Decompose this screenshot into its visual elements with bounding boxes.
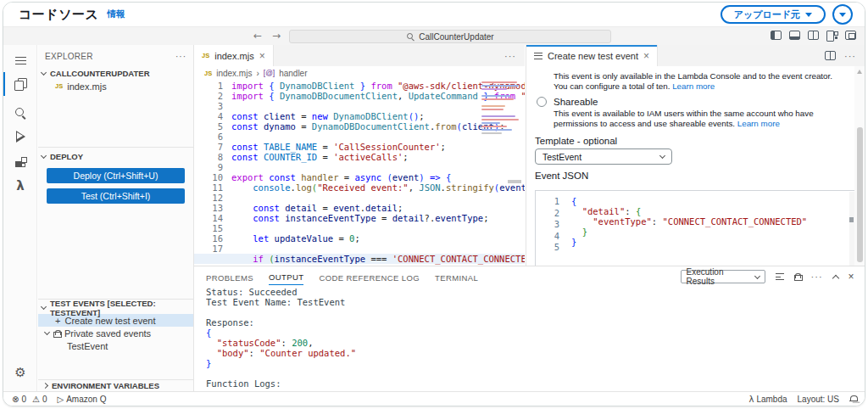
warning-icon: ⚠ — [32, 395, 40, 404]
settings-gear-icon[interactable]: ⚙ — [3, 361, 37, 384]
panel-scrollbar[interactable] — [854, 66, 865, 266]
layout-status[interactable]: Layout: US — [798, 395, 839, 404]
aws-lambda-icon[interactable]: λ — [3, 174, 37, 198]
more-actions-icon[interactable]: ··· — [504, 51, 516, 61]
explorer-more-icon[interactable]: ··· — [175, 52, 186, 61]
page-title: コードソース — [19, 7, 98, 23]
customize-layout-icon[interactable] — [826, 31, 837, 40]
more-actions-icon[interactable]: ··· — [811, 272, 823, 282]
deploy-button[interactable]: Deploy (Ctrl+Shift+U) — [47, 168, 185, 183]
split-editor-icon[interactable] — [825, 51, 836, 60]
problems-status[interactable]: ⊗ 0 ⚠ 0 — [12, 395, 47, 404]
test-button[interactable]: Test (Ctrl+Shift+I) — [47, 188, 185, 204]
js-file-icon: JS — [202, 52, 209, 59]
search-sidebar-icon[interactable] — [3, 101, 37, 125]
panel-tabs: PROBLEMS OUTPUT CODE REFERENCE LOG TERMI… — [194, 266, 865, 287]
template-select[interactable]: TestEvent — [535, 148, 672, 165]
project-tree-root[interactable]: CALLCOUNTERUPDATER — [38, 67, 193, 80]
close-tab-icon[interactable]: × — [643, 50, 649, 62]
js-file-icon: JS — [204, 70, 212, 77]
explorer-sidebar: EXPLORER ··· CALLCOUNTERUPDATER JS index… — [38, 45, 194, 391]
header-actions: アップロード元 — [721, 4, 853, 25]
scroll-up-icon[interactable] — [857, 70, 862, 74]
private-saved-events-item[interactable]: Private saved events — [38, 327, 193, 339]
list-icon — [534, 53, 542, 59]
chevron-down-icon — [41, 70, 47, 76]
shareable-radio[interactable] — [537, 97, 547, 107]
close-tab-icon[interactable]: × — [259, 50, 265, 62]
test-event-panel: Create new test event × ··· This event i… — [526, 45, 865, 266]
search-icon — [406, 32, 415, 41]
json-content[interactable]: { "detail": { "eventType": "CONNECT_CONT… — [571, 196, 807, 247]
minimap-scrollbar[interactable] — [508, 180, 521, 183]
maximize-panel-icon[interactable] — [832, 274, 838, 281]
lambda-icon: λ — [748, 395, 754, 404]
bottom-panel: PROBLEMS OUTPUT CODE REFERENCE LOG TERMI… — [194, 266, 865, 391]
shareable-event-description: This event is available to IAM users wit… — [554, 109, 843, 128]
output-channel-select[interactable]: Execution Results — [681, 270, 765, 283]
file-index-mjs[interactable]: JS index.mjs — [38, 80, 193, 92]
collapse-panel-button[interactable] — [832, 4, 853, 25]
js-file-icon: JS — [55, 82, 63, 90]
lock-icon — [53, 330, 60, 338]
editor-actions: ··· — [504, 45, 525, 66]
editor-nav-bar: ← → CallCounterUpdater — [3, 26, 865, 45]
lock-scroll-icon[interactable] — [794, 273, 801, 281]
tab-create-new-test-event[interactable]: Create new test event × — [526, 45, 658, 66]
play-icon: ▷ — [57, 395, 64, 404]
lambda-status[interactable]: λ Lambda — [748, 395, 787, 404]
tab-code-reference-log[interactable]: CODE REFERENCE LOG — [319, 269, 420, 285]
output-console[interactable]: Status: SucceededTest Event Name: TestEv… — [206, 287, 865, 389]
divider — [38, 147, 193, 148]
code-editor[interactable]: 12345678910111213141516171819 import { D… — [194, 80, 525, 266]
learn-more-link[interactable]: Learn more — [737, 119, 780, 128]
extensions-icon[interactable] — [3, 150, 37, 174]
scrollbar-thumb[interactable] — [857, 127, 863, 262]
editor-group: JS index.mjs × ··· JS index.mjs › [@] ha… — [194, 45, 525, 266]
deploy-section-header[interactable]: DEPLOY — [38, 150, 193, 163]
info-link[interactable]: 情報 — [107, 8, 125, 20]
toggle-secondary-sidebar-icon[interactable] — [808, 31, 819, 40]
test-events-section-header[interactable]: TEST EVENTS [SELECTED: TESTEVENT] — [38, 301, 193, 314]
tab-terminal[interactable]: TERMINAL — [435, 269, 478, 285]
toggle-panel-icon[interactable] — [789, 31, 800, 40]
chevron-right-icon — [42, 383, 48, 389]
fullscreen-icon[interactable] — [845, 31, 856, 40]
tab-index-mjs[interactable]: JS index.mjs × — [194, 45, 274, 66]
event-json-editor[interactable]: 12345 { "detail": { "eventType": "CONNEC… — [535, 190, 854, 266]
clear-output-icon[interactable] — [776, 273, 784, 280]
event-json-label: Event JSON — [535, 171, 854, 181]
explorer-icon[interactable] — [3, 72, 37, 96]
explorer-header: EXPLORER ··· — [38, 45, 193, 67]
error-icon: ⊗ — [12, 395, 19, 404]
minimap[interactable] — [481, 81, 520, 148]
amazon-q-status[interactable]: ▷ Amazon Q — [57, 395, 106, 404]
toggle-sidebar-icon[interactable] — [771, 31, 782, 40]
environment-variables-section[interactable]: ENVIRONMENT VARIABLES — [38, 379, 193, 391]
editor-tab-bar: JS index.mjs × ··· — [194, 45, 525, 66]
symbol-method-icon: [@] — [264, 69, 275, 77]
menu-icon[interactable] — [3, 48, 37, 72]
test-event-item[interactable]: TestEvent — [38, 339, 193, 352]
search-input[interactable]: CallCounterUpdater — [289, 30, 611, 43]
chevron-down-icon — [41, 153, 47, 159]
close-panel-icon[interactable]: × — [849, 272, 854, 282]
forward-arrow-icon[interactable]: → — [272, 30, 281, 42]
run-debug-icon[interactable] — [3, 125, 37, 148]
line-numbers: 12345678910111213141516171819 — [194, 81, 223, 266]
plus-icon: + — [55, 316, 60, 326]
tab-output[interactable]: OUTPUT — [269, 268, 303, 285]
notifications-bell-icon[interactable] — [849, 395, 856, 402]
status-bar: ⊗ 0 ⚠ 0 ▷ Amazon Q λ Lambda Layout: US — [3, 391, 865, 406]
template-label: Template - optional — [535, 136, 854, 146]
learn-more-link[interactable]: Learn more — [672, 81, 715, 91]
chevron-down-icon — [659, 153, 665, 159]
tab-problems[interactable]: PROBLEMS — [206, 269, 253, 285]
chevron-down-icon — [41, 304, 47, 310]
breadcrumb[interactable]: JS index.mjs › [@] handler — [194, 66, 525, 80]
upload-from-button[interactable]: アップロード元 — [721, 5, 826, 24]
activity-bar: λ ⚙ — [3, 45, 37, 391]
back-arrow-icon[interactable]: ← — [253, 30, 262, 42]
more-actions-icon[interactable]: ··· — [844, 51, 856, 61]
console-header: コードソース 情報 アップロード元 — [3, 3, 865, 26]
